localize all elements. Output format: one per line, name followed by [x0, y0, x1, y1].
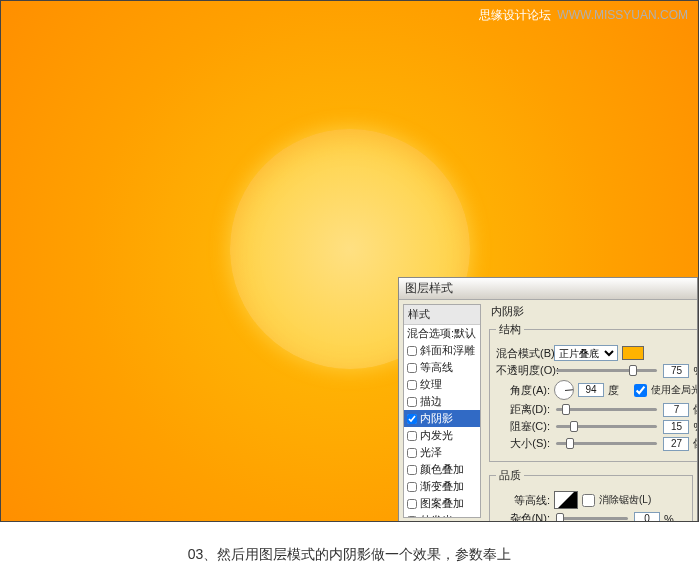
effect-label: 等高线	[420, 360, 453, 375]
effect-checkbox[interactable]	[407, 397, 417, 407]
size-value[interactable]: 27	[663, 437, 689, 451]
effect-label: 内阴影	[420, 411, 453, 426]
noise-slider[interactable]	[556, 517, 628, 520]
choke-slider[interactable]	[556, 425, 657, 428]
layer-style-dialog: 图层样式 样式 混合选项:默认 斜面和浮雕等高线纹理描边内阴影内发光光泽颜色叠加…	[398, 277, 698, 522]
effect-label: 光泽	[420, 445, 442, 460]
global-light-checkbox[interactable]	[634, 384, 647, 397]
effect-checkbox[interactable]	[407, 346, 417, 356]
effect-label: 外发光	[420, 513, 453, 518]
effect-label: 描边	[420, 394, 442, 409]
effect-checkbox[interactable]	[407, 516, 417, 519]
blend-mode-select[interactable]: 正片叠底	[554, 345, 618, 361]
effect-row-1[interactable]: 等高线	[404, 359, 480, 376]
color-swatch[interactable]	[622, 346, 644, 360]
effect-row-8[interactable]: 渐变叠加	[404, 478, 480, 495]
effect-label: 颜色叠加	[420, 462, 464, 477]
angle-dial[interactable]	[554, 380, 574, 400]
effect-checkbox[interactable]	[407, 499, 417, 509]
effect-row-3[interactable]: 描边	[404, 393, 480, 410]
effect-label: 渐变叠加	[420, 479, 464, 494]
effect-row-0[interactable]: 斜面和浮雕	[404, 342, 480, 359]
effect-label: 图案叠加	[420, 496, 464, 511]
watermark: 思缘设计论坛WWW.MISSYUAN.COM	[479, 7, 688, 24]
effect-checkbox[interactable]	[407, 465, 417, 475]
effects-header: 样式	[404, 305, 480, 325]
opacity-slider[interactable]	[556, 369, 657, 372]
opacity-value[interactable]: 75	[663, 364, 689, 378]
group-quality: 品质 等高线: 消除锯齿(L) 杂色(N): 0 %	[489, 468, 693, 522]
effect-row-10[interactable]: 外发光	[404, 512, 480, 518]
blending-defaults-row[interactable]: 混合选项:默认	[404, 325, 480, 342]
dialog-titlebar[interactable]: 图层样式	[399, 278, 697, 300]
effect-checkbox[interactable]	[407, 414, 417, 424]
effect-checkbox[interactable]	[407, 363, 417, 373]
noise-value[interactable]: 0	[634, 512, 660, 523]
distance-slider[interactable]	[556, 408, 657, 411]
effect-checkbox[interactable]	[407, 448, 417, 458]
size-slider[interactable]	[556, 442, 657, 445]
props-panel: 内阴影 结构 混合模式(B): 正片叠底 不透明度(O): 75 %	[485, 300, 697, 522]
section-header: 内阴影	[491, 304, 693, 319]
anti-alias-checkbox[interactable]	[582, 494, 595, 507]
effect-checkbox[interactable]	[407, 482, 417, 492]
angle-value[interactable]: 94	[578, 383, 604, 397]
effect-row-5[interactable]: 内发光	[404, 427, 480, 444]
dialog-title: 图层样式	[405, 280, 453, 297]
distance-value[interactable]: 7	[663, 403, 689, 417]
effect-label: 纹理	[420, 377, 442, 392]
effect-row-2[interactable]: 纹理	[404, 376, 480, 393]
group-structure: 结构 混合模式(B): 正片叠底 不透明度(O): 75 %	[489, 322, 697, 462]
choke-value[interactable]: 15	[663, 420, 689, 434]
effect-row-4[interactable]: 内阴影	[404, 410, 480, 427]
effect-checkbox[interactable]	[407, 380, 417, 390]
effect-row-6[interactable]: 光泽	[404, 444, 480, 461]
step-caption: 03、然后用图层模式的内阴影做一个效果，参数奉上	[0, 522, 699, 576]
effect-label: 斜面和浮雕	[420, 343, 475, 358]
effects-list: 样式 混合选项:默认 斜面和浮雕等高线纹理描边内阴影内发光光泽颜色叠加渐变叠加图…	[403, 304, 481, 518]
effect-checkbox[interactable]	[407, 431, 417, 441]
effect-label: 内发光	[420, 428, 453, 443]
effect-row-9[interactable]: 图案叠加	[404, 495, 480, 512]
effect-row-7[interactable]: 颜色叠加	[404, 461, 480, 478]
canvas-preview: 思缘设计论坛WWW.MISSYUAN.COM 图层样式 样式 混合选项:默认 斜…	[0, 0, 699, 522]
contour-picker[interactable]	[554, 491, 578, 509]
